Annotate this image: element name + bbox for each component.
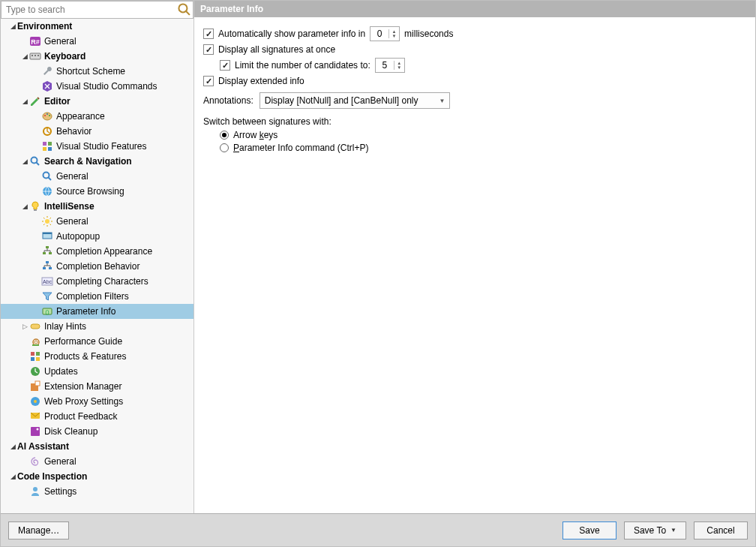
save-to-button[interactable]: Save To▼ xyxy=(624,521,686,539)
manage-label: Manage… xyxy=(18,525,59,536)
row-switch-label: Switch between signatures with: xyxy=(203,116,746,127)
svg-point-0 xyxy=(178,4,187,12)
tree-item[interactable]: ◢Search & Navigation xyxy=(1,154,194,169)
tree-item[interactable]: Visual Studio Commands xyxy=(1,79,194,94)
tree-item[interactable]: Disk Cleanup xyxy=(1,424,194,439)
switch-label: Switch between signatures with: xyxy=(203,116,332,127)
inlay-icon xyxy=(29,320,41,332)
radio-on-icon xyxy=(220,131,229,140)
svg-rect-16 xyxy=(48,147,52,151)
palette-icon xyxy=(41,110,53,122)
tree-item[interactable]: Completion Appearance xyxy=(1,244,194,259)
annotations-value: Display [NotNull] and [CanBeNull] only xyxy=(265,95,436,106)
dialog-body: ◢EnvironmentR#General◢KeyboardShortcut S… xyxy=(1,1,755,513)
svg-point-9 xyxy=(44,115,46,116)
display-all-checkbox[interactable]: Display all signatures at once xyxy=(203,44,335,55)
popup-icon xyxy=(41,230,53,242)
tree-item[interactable]: ▷Inlay Hints xyxy=(1,319,194,334)
tree-twisty-icon[interactable]: ◢ xyxy=(20,98,29,105)
display-extended-checkbox[interactable]: Display extended info xyxy=(203,76,304,86)
auto-show-checkbox[interactable]: Automatically show parameter info in xyxy=(203,29,365,39)
tree-item[interactable]: General xyxy=(1,169,194,184)
tree-item-label: Disk Cleanup xyxy=(44,426,98,437)
tree-item[interactable]: Web Proxy Settings xyxy=(1,394,194,409)
auto-show-delay-value[interactable] xyxy=(370,29,388,39)
svg-text:(): () xyxy=(45,308,50,315)
limit-checkbox[interactable]: Limit the number of candidates to: xyxy=(220,60,370,71)
tree-item-label: General xyxy=(44,36,76,47)
tree-item[interactable]: Product Feedback xyxy=(1,409,194,424)
manage-button[interactable]: Manage… xyxy=(8,521,69,539)
tree-item[interactable]: Shortcut Scheme xyxy=(1,64,194,79)
tree-twisty-icon[interactable]: ▷ xyxy=(20,323,29,330)
tree-twisty-icon[interactable]: ◢ xyxy=(8,23,17,30)
tree-item[interactable]: Autopopup xyxy=(1,229,194,244)
search-input[interactable] xyxy=(2,4,176,16)
spinner[interactable]: ▲▼ xyxy=(388,29,399,38)
tree-item-label: Settings xyxy=(44,486,76,497)
radio-off-icon xyxy=(220,143,229,152)
tree-item[interactable]: ◢Code Inspection xyxy=(1,469,194,484)
tree-item[interactable]: ◢Keyboard xyxy=(1,49,194,64)
tree-twisty-icon[interactable]: ◢ xyxy=(20,203,29,210)
gear-arrow-icon xyxy=(41,125,53,137)
search-box[interactable] xyxy=(1,1,194,19)
tree-item[interactable]: Source Browsing xyxy=(1,184,194,199)
svg-text:R#: R# xyxy=(31,38,40,46)
cancel-button[interactable]: Cancel xyxy=(694,521,748,539)
save-button[interactable]: Save xyxy=(562,521,616,539)
checkbox-icon xyxy=(203,76,214,86)
svg-line-18 xyxy=(37,163,40,166)
tree-item[interactable]: Performance Guide xyxy=(1,334,194,349)
tree-item[interactable]: Visual Studio Features xyxy=(1,139,194,154)
tree-item-label: General xyxy=(44,456,76,467)
tree-twisty-icon[interactable]: ◢ xyxy=(20,53,29,60)
update-icon xyxy=(29,365,41,377)
spinner[interactable]: ▲▼ xyxy=(394,61,404,70)
tree-item-label: Parameter Info xyxy=(56,306,116,317)
spin-down-icon[interactable]: ▼ xyxy=(389,34,399,38)
svg-rect-31 xyxy=(49,267,52,269)
tree-item-label: Product Feedback xyxy=(44,411,117,422)
auto-show-delay-input[interactable]: ▲▼ xyxy=(370,26,400,41)
svg-point-38 xyxy=(34,341,38,344)
tree-twisty-icon[interactable]: ◢ xyxy=(20,158,29,165)
tree-item[interactable]: R#General xyxy=(1,34,194,49)
tree-item[interactable]: Appearance xyxy=(1,109,194,124)
svg-rect-26 xyxy=(46,246,49,248)
tree-item[interactable]: Behavior xyxy=(1,124,194,139)
magnifier-icon xyxy=(29,155,41,167)
tree-twisty-icon[interactable]: ◢ xyxy=(8,473,17,480)
tree-item[interactable]: ◢Editor xyxy=(1,94,194,109)
svg-line-20 xyxy=(49,178,52,181)
tree-item[interactable]: Updates xyxy=(1,364,194,379)
tree-item-label: Editor xyxy=(44,96,70,107)
tree-item-label: Completing Characters xyxy=(56,276,148,287)
tree-twisty-icon[interactable]: ◢ xyxy=(8,443,17,450)
tree-item[interactable]: General xyxy=(1,214,194,229)
tree-item[interactable]: General xyxy=(1,454,194,469)
spin-down-icon[interactable]: ▼ xyxy=(394,65,404,70)
magnifier-icon xyxy=(41,170,53,182)
tree-item[interactable]: ◢IntelliSense xyxy=(1,199,194,214)
tree-item[interactable]: Extension Manager xyxy=(1,379,194,394)
radio-arrow-keys[interactable]: Arrow keys xyxy=(220,130,746,140)
tree-item[interactable]: Completion Filters xyxy=(1,289,194,304)
limit-value[interactable] xyxy=(376,60,394,71)
tree-item[interactable]: ()Parameter Info xyxy=(1,304,194,319)
ext-icon xyxy=(29,380,41,392)
tree-item[interactable]: Products & Features xyxy=(1,349,194,364)
tree-item[interactable]: ◢Environment xyxy=(1,19,194,34)
radio-parameter-info-cmd[interactable]: Parameter Info command (Ctrl+P) xyxy=(220,143,746,153)
svg-line-1 xyxy=(186,11,190,15)
limit-value-input[interactable]: ▲▼ xyxy=(375,58,405,73)
annotations-combo[interactable]: Display [NotNull] and [CanBeNull] only ▼ xyxy=(260,92,451,109)
tree-item[interactable]: Completion Behavior xyxy=(1,259,194,274)
svg-rect-5 xyxy=(32,55,33,56)
tree-item-label: Source Browsing xyxy=(56,186,124,197)
settings-tree[interactable]: ◢EnvironmentR#General◢KeyboardShortcut S… xyxy=(1,19,194,513)
tree-item[interactable]: AbcCompleting Characters xyxy=(1,274,194,289)
tree-item[interactable]: ◢AI Assistant xyxy=(1,439,194,454)
page-title: Parameter Info xyxy=(194,1,755,17)
tree-item[interactable]: Settings xyxy=(1,484,194,499)
